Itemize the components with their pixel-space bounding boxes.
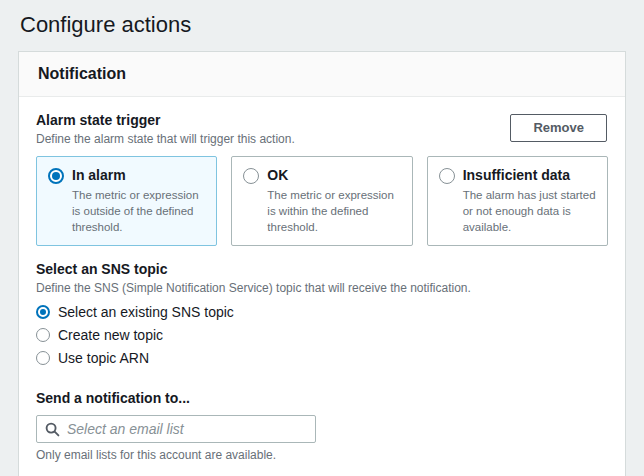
radio-insufficient-data[interactable] <box>439 168 455 184</box>
panel-body: Alarm state trigger Define the alarm sta… <box>19 97 625 476</box>
sns-topic-options: Select an existing SNS topic Create new … <box>36 304 608 366</box>
card-description: The metric or expression is outside of t… <box>72 187 206 235</box>
option-label: Select an existing SNS topic <box>58 304 234 320</box>
panel-title: Notification <box>38 65 606 83</box>
alarm-trigger-header: Alarm state trigger Define the alarm sta… <box>36 112 608 147</box>
alarm-trigger-description: Define the alarm state that will trigger… <box>36 132 295 148</box>
card-text: In alarm The metric or expression is out… <box>72 167 206 235</box>
card-title: Insufficient data <box>463 167 597 183</box>
alarm-state-cards: In alarm The metric or expression is out… <box>36 156 608 246</box>
card-text: OK The metric or expression is within th… <box>267 167 401 235</box>
card-description: The alarm has just started or not enough… <box>463 187 597 235</box>
email-list-input[interactable] <box>67 421 307 437</box>
radio-in-alarm[interactable] <box>48 168 64 184</box>
option-create-new-topic[interactable]: Create new topic <box>36 327 608 343</box>
card-description: The metric or expression is within the d… <box>267 187 401 235</box>
panel-header: Notification <box>19 52 625 97</box>
option-label: Use topic ARN <box>58 350 149 366</box>
alarm-state-card-in-alarm[interactable]: In alarm The metric or expression is out… <box>36 156 217 246</box>
option-existing-sns-topic[interactable]: Select an existing SNS topic <box>36 304 608 320</box>
radio-ok[interactable] <box>243 168 259 184</box>
sns-topic-section: Select an SNS topic Define the SNS (Simp… <box>36 261 608 365</box>
sns-topic-label: Select an SNS topic <box>36 261 608 279</box>
notification-target-label: Send a notification to... <box>36 390 608 408</box>
alarm-trigger-labels: Alarm state trigger Define the alarm sta… <box>36 112 295 147</box>
card-title: In alarm <box>72 167 206 183</box>
notification-panel: Notification Alarm state trigger Define … <box>18 51 626 476</box>
radio-create-new-topic[interactable] <box>36 328 50 342</box>
remove-button[interactable]: Remove <box>510 114 607 142</box>
radio-use-topic-arn[interactable] <box>36 351 50 365</box>
email-list-helper-text: Only email lists for this account are av… <box>36 448 608 462</box>
radio-existing-sns-topic[interactable] <box>36 305 50 319</box>
email-list-search-box[interactable] <box>36 415 316 443</box>
sns-topic-description: Define the SNS (Simple Notification Serv… <box>36 281 608 297</box>
page-title: Configure actions <box>0 0 644 51</box>
card-text: Insufficient data The alarm has just sta… <box>463 167 597 235</box>
option-label: Create new topic <box>58 327 163 343</box>
card-title: OK <box>267 167 401 183</box>
notification-target-section: Send a notification to... Only email lis… <box>36 390 608 463</box>
option-use-topic-arn[interactable]: Use topic ARN <box>36 350 608 366</box>
alarm-state-card-insufficient-data[interactable]: Insufficient data The alarm has just sta… <box>427 156 608 246</box>
alarm-trigger-label: Alarm state trigger <box>36 112 295 130</box>
alarm-state-card-ok[interactable]: OK The metric or expression is within th… <box>231 156 412 246</box>
search-icon <box>45 422 60 437</box>
